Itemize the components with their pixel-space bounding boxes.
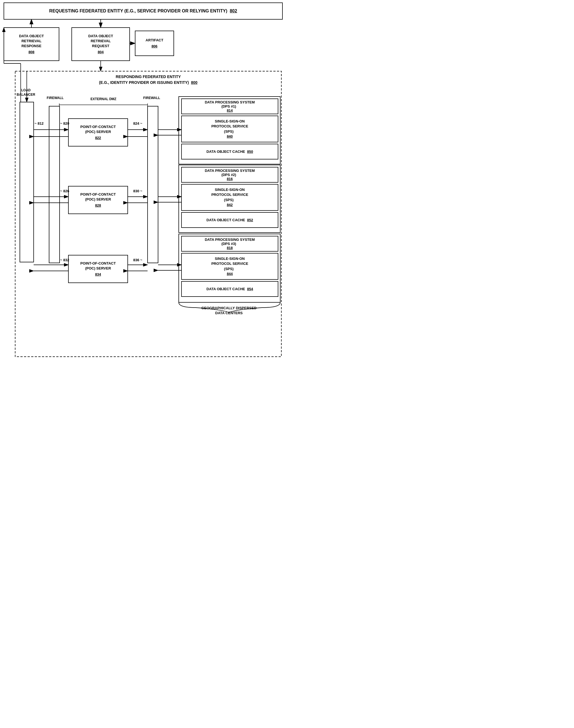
load-balancer-label: LOADBALANCER <box>16 88 36 97</box>
dps2-label: DATA PROCESSING SYSTEM(DPS #2) 816 <box>181 167 278 183</box>
sps1-label: SINGLE-SIGN-ONPROTOCOL SERVICE(SPS) 840 <box>181 116 278 142</box>
poc1-box: POINT-OF-CONTACT(POC) SERVER 822 <box>69 119 128 146</box>
artifact-box: ARTIFACT 806 <box>135 31 174 56</box>
sps2-label: SINGLE-SIGN-ONPROTOCOL SERVICE(SPS) 842 <box>181 184 278 210</box>
external-dmz-label: EXTERNAL DMZ <box>59 97 148 101</box>
svg-rect-10 <box>20 102 34 262</box>
label-812: ~ 812 <box>35 121 44 125</box>
architecture-diagram: REQUESTING FEDERATED ENTITY (E.G., SERVI… <box>0 0 287 364</box>
label-836: 836 ~ <box>133 258 142 262</box>
dps1-label: DATA PROCESSING SYSTEM(DPS #1) 814 <box>181 99 278 114</box>
label-826: ~ 826 <box>60 189 69 193</box>
doc3-label: DATA OBJECT CACHE 854 <box>181 281 278 296</box>
firewall-label-2: FIREWALL <box>141 96 163 100</box>
requesting-entity-ref: 802 <box>230 8 237 13</box>
label-820: ~ 820 <box>60 121 69 125</box>
doc2-label: DATA OBJECT CACHE 852 <box>181 212 278 228</box>
sps3-label: SINGLE-SIGN-ONPROTOCOL SERVICE(SPS) 844 <box>181 253 278 279</box>
poc2-box: POINT-OF-CONTACT(POC) SERVER 828 <box>69 186 128 214</box>
requesting-entity-label: REQUESTING FEDERATED ENTITY (E.G., SERVI… <box>4 3 282 19</box>
label-832: ~ 832 <box>60 258 69 262</box>
artifact-ref: 806 <box>152 44 158 49</box>
poc3-box: POINT-OF-CONTACT(POC) SERVER 834 <box>69 255 128 283</box>
doc1-label: DATA OBJECT CACHE 850 <box>181 144 278 159</box>
retrieval-request-box: DATA OBJECTRETRIEVALREQUEST 804 <box>72 28 130 61</box>
label-830: 830 ~ <box>133 189 142 193</box>
responding-entity-label: RESPONDING FEDERATED ENTITY (E.G., IDENT… <box>15 74 281 85</box>
retrieval-request-ref: 804 <box>98 50 104 55</box>
retrieval-response-ref: 808 <box>29 50 35 55</box>
dps3-label: DATA PROCESSING SYSTEM(DPS #3) 818 <box>181 236 278 251</box>
svg-rect-12 <box>148 106 158 263</box>
label-824: 824 ~ <box>133 121 142 125</box>
svg-rect-11 <box>49 106 59 263</box>
retrieval-response-box: DATA OBJECTRETRIEVALRESPONSE 808 <box>4 28 59 61</box>
geo-dispersed-label: GEOGRAPHICALLY DISPERSEDDATA CENTERS <box>176 306 281 316</box>
